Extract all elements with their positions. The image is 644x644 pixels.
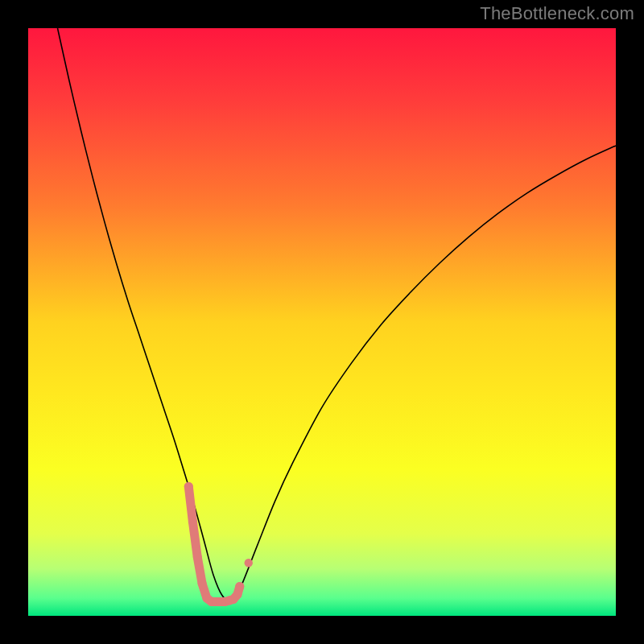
band-dot [184, 482, 193, 491]
chart-frame: TheBottleneck.com [0, 0, 644, 644]
chart-svg [28, 28, 616, 616]
band-dot [193, 553, 202, 562]
band-dot [198, 579, 207, 588]
band-dot [233, 590, 242, 599]
gradient-background [28, 28, 616, 616]
band-dot [188, 518, 197, 526]
watermark-text: TheBottleneck.com [480, 3, 634, 24]
band-dot [235, 582, 244, 591]
dot-outlier-dot [245, 559, 253, 567]
plot-area [28, 28, 616, 616]
